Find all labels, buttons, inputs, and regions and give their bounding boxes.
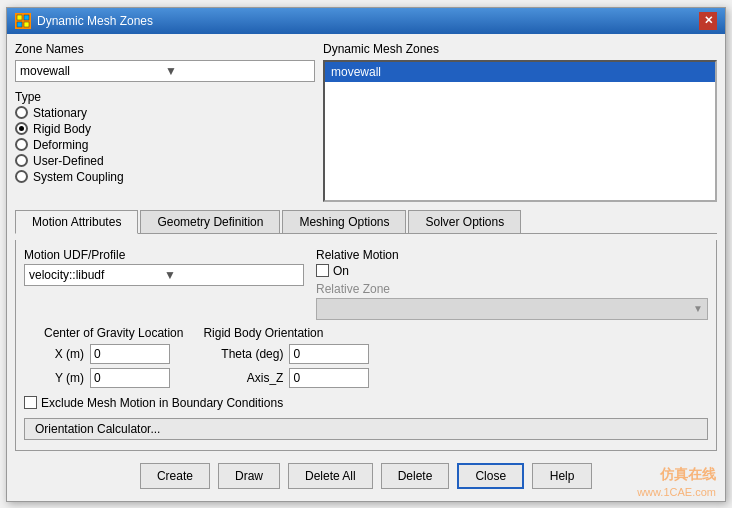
- dynamic-mesh-zones-dialog: Dynamic Mesh Zones ✕ Zone Names movewall…: [6, 7, 726, 502]
- type-group: Type Stationary Rigid Body Deforming: [15, 90, 315, 184]
- orientation-section: Rigid Body Orientation Theta (deg) Axis_…: [203, 326, 369, 388]
- radio-deforming-circle: [15, 138, 28, 151]
- create-button[interactable]: Create: [140, 463, 210, 489]
- theta-row: Theta (deg): [203, 344, 369, 364]
- radio-system-coupling-label: System Coupling: [33, 170, 124, 184]
- relative-motion-on-checkbox[interactable]: [316, 264, 329, 277]
- radio-user-defined-label: User-Defined: [33, 154, 104, 168]
- relative-motion-on-row[interactable]: On: [316, 264, 708, 278]
- title-bar-left: Dynamic Mesh Zones: [15, 13, 153, 29]
- delete-all-button[interactable]: Delete All: [288, 463, 373, 489]
- radio-deforming[interactable]: Deforming: [15, 138, 315, 152]
- tab-content: Motion UDF/Profile velocity::libudf ▼ Re…: [15, 240, 717, 451]
- tab-motion-attributes[interactable]: Motion Attributes: [15, 210, 138, 234]
- bottom-buttons: Create Draw Delete All Delete Close Help: [15, 457, 717, 493]
- exclude-mesh-motion-label: Exclude Mesh Motion in Boundary Conditio…: [41, 396, 283, 410]
- exclude-mesh-motion-row[interactable]: Exclude Mesh Motion in Boundary Conditio…: [24, 396, 708, 410]
- radio-rigid-body[interactable]: Rigid Body: [15, 122, 315, 136]
- radio-stationary-circle: [15, 106, 28, 119]
- radio-user-defined-circle: [15, 154, 28, 167]
- orientation-calculator-btn[interactable]: Orientation Calculator...: [24, 418, 708, 440]
- gravity-label: Center of Gravity Location: [44, 326, 183, 340]
- orientation-label: Rigid Body Orientation: [203, 326, 369, 340]
- close-button[interactable]: Close: [457, 463, 524, 489]
- relative-motion-section: Relative Motion On Relative Zone ▼: [316, 248, 708, 320]
- gravity-x-label: X (m): [44, 347, 84, 361]
- dynamic-mesh-zones-label: Dynamic Mesh Zones: [323, 42, 717, 56]
- window-content: Zone Names movewall ▼ Type Stationary: [7, 34, 725, 501]
- gravity-x-input[interactable]: [90, 344, 170, 364]
- delete-button[interactable]: Delete: [381, 463, 450, 489]
- svg-rect-1: [24, 15, 29, 20]
- window-close-button[interactable]: ✕: [699, 12, 717, 30]
- gravity-y-row: Y (m): [44, 368, 183, 388]
- tab-solver-options[interactable]: Solver Options: [408, 210, 521, 233]
- relative-zone-select: ▼: [316, 298, 708, 320]
- radio-rigid-body-circle: [15, 122, 28, 135]
- svg-rect-0: [17, 15, 22, 20]
- draw-button[interactable]: Draw: [218, 463, 280, 489]
- motion-udf-value: velocity::libudf: [29, 268, 164, 282]
- relative-motion-on-label: On: [333, 264, 349, 278]
- top-section: Zone Names movewall ▼ Type Stationary: [15, 42, 717, 202]
- svg-rect-2: [17, 22, 22, 27]
- zone-names-dropdown[interactable]: movewall ▼: [15, 60, 315, 82]
- axis-z-label: Axis_Z: [203, 371, 283, 385]
- dynamic-mesh-zones-list[interactable]: movewall: [323, 60, 717, 202]
- gravity-y-input[interactable]: [90, 368, 170, 388]
- window-title: Dynamic Mesh Zones: [37, 14, 153, 28]
- gravity-y-label: Y (m): [44, 371, 84, 385]
- title-bar: Dynamic Mesh Zones ✕: [7, 8, 725, 34]
- tabs-section: Motion Attributes Geometry Definition Me…: [15, 210, 717, 234]
- zone-names-label: Zone Names: [15, 42, 315, 56]
- zone-names-value: movewall: [20, 64, 165, 78]
- type-label: Type: [15, 90, 315, 104]
- right-panel: Dynamic Mesh Zones movewall: [323, 42, 717, 202]
- tab-geometry-definition[interactable]: Geometry Definition: [140, 210, 280, 233]
- relative-zone-arrow-icon: ▼: [693, 303, 703, 314]
- list-item-movewall[interactable]: movewall: [325, 62, 715, 82]
- left-panel: Zone Names movewall ▼ Type Stationary: [15, 42, 315, 202]
- help-button[interactable]: Help: [532, 463, 592, 489]
- radio-user-defined[interactable]: User-Defined: [15, 154, 315, 168]
- theta-label: Theta (deg): [203, 347, 283, 361]
- radio-deforming-label: Deforming: [33, 138, 88, 152]
- motion-udf-section: Motion UDF/Profile velocity::libudf ▼: [24, 248, 304, 286]
- axis-z-input[interactable]: [289, 368, 369, 388]
- radio-system-coupling[interactable]: System Coupling: [15, 170, 315, 184]
- radio-system-coupling-circle: [15, 170, 28, 183]
- gravity-section: Center of Gravity Location X (m) Y (m): [44, 326, 183, 388]
- radio-stationary[interactable]: Stationary: [15, 106, 315, 120]
- app-icon: [15, 13, 31, 29]
- dropdown-arrow-icon: ▼: [165, 64, 310, 78]
- gravity-orientation-row: Center of Gravity Location X (m) Y (m) R…: [44, 326, 708, 388]
- motion-udf-select[interactable]: velocity::libudf ▼: [24, 264, 304, 286]
- relative-motion-label: Relative Motion: [316, 248, 708, 262]
- radio-stationary-label: Stationary: [33, 106, 87, 120]
- motion-udf-label: Motion UDF/Profile: [24, 248, 304, 262]
- svg-rect-3: [24, 22, 29, 27]
- tab-meshing-options[interactable]: Meshing Options: [282, 210, 406, 233]
- theta-input[interactable]: [289, 344, 369, 364]
- gravity-x-row: X (m): [44, 344, 183, 364]
- motion-top-row: Motion UDF/Profile velocity::libudf ▼ Re…: [24, 248, 708, 320]
- axis-z-row: Axis_Z: [203, 368, 369, 388]
- relative-zone-label: Relative Zone: [316, 282, 708, 296]
- motion-udf-arrow-icon: ▼: [164, 268, 299, 282]
- exclude-mesh-motion-checkbox[interactable]: [24, 396, 37, 409]
- radio-rigid-body-label: Rigid Body: [33, 122, 91, 136]
